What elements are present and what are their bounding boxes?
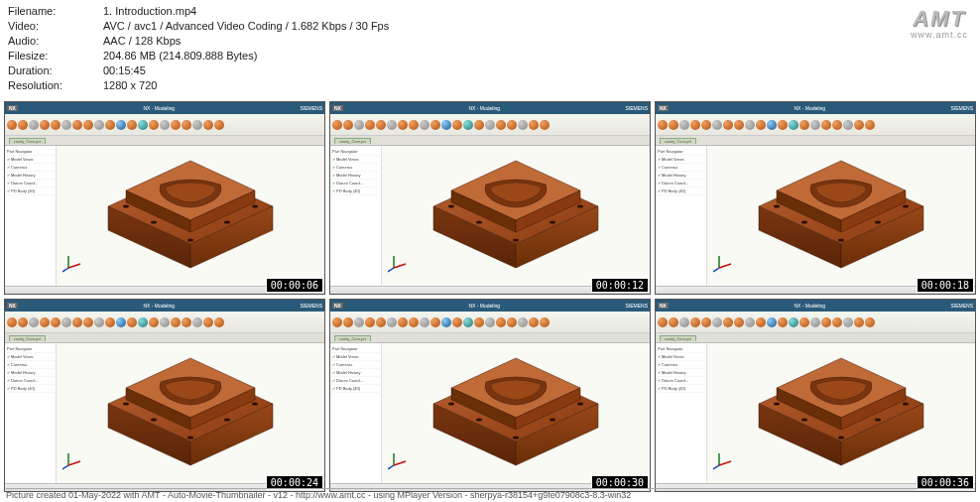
ribbon-icon[interactable] (398, 317, 408, 327)
ribbon-icon[interactable] (18, 120, 28, 130)
ribbon-icon[interactable] (821, 317, 831, 327)
ribbon-icon[interactable] (376, 317, 386, 327)
ribbon-icon[interactable] (690, 317, 700, 327)
ribbon-icon[interactable] (540, 317, 550, 327)
ribbon-icon[interactable] (485, 317, 495, 327)
ribbon-icon[interactable] (496, 120, 506, 130)
ribbon-icon[interactable] (192, 317, 202, 327)
ribbon-icon[interactable] (723, 317, 733, 327)
nav-item[interactable]: ✔Datum Coord... (7, 377, 54, 385)
part-navigator[interactable]: Part Navigator ✔Model Views ✔Cameras ✔Mo… (330, 343, 382, 483)
ribbon-icon[interactable] (18, 317, 28, 327)
ribbon-icon[interactable] (669, 120, 678, 130)
ribbon-icon[interactable] (745, 120, 755, 130)
ribbon-icon[interactable] (365, 120, 375, 130)
nav-item[interactable]: Part Navigator (332, 148, 379, 156)
ribbon-icon[interactable] (799, 317, 809, 327)
part-navigator[interactable]: Part Navigator ✔Model Views ✔Cameras ✔Mo… (5, 343, 57, 483)
ribbon-icon[interactable] (854, 317, 864, 327)
nav-item[interactable]: ✔PD Body (40) (7, 188, 54, 195)
nav-item[interactable]: ✔Datum Coord... (658, 377, 704, 385)
ribbon-icon[interactable] (810, 317, 820, 327)
ribbon-icon[interactable] (387, 120, 397, 130)
ribbon-icon[interactable] (496, 317, 506, 327)
ribbon-icon[interactable] (452, 120, 462, 130)
ribbon-icon[interactable] (51, 317, 61, 327)
ribbon-icon[interactable] (669, 317, 678, 327)
ribbon-icon[interactable] (701, 317, 711, 327)
ribbon-icon[interactable] (734, 120, 744, 130)
ribbon-icon[interactable] (679, 317, 689, 327)
3d-viewport[interactable] (707, 146, 975, 286)
ribbon-icon[interactable] (116, 120, 126, 130)
ribbon-icon[interactable] (474, 120, 484, 130)
nav-item[interactable]: ✔Datum Coord... (332, 377, 379, 385)
nav-item[interactable]: ✔Cameras (332, 164, 379, 172)
ribbon-icon[interactable] (83, 317, 93, 327)
ribbon-icon[interactable] (94, 120, 104, 130)
document-tabs[interactable]: cavity_Core.prt (5, 333, 324, 343)
active-tab[interactable]: cavity_Core.prt (334, 138, 371, 144)
ribbon-icon[interactable] (182, 120, 191, 130)
nav-item[interactable]: ✔Model Views (658, 156, 704, 164)
nav-item[interactable]: ✔PD Body (40) (332, 188, 379, 195)
ribbon-icon[interactable] (441, 120, 451, 130)
ribbon-toolbar[interactable] (5, 312, 324, 333)
active-tab[interactable]: cavity_Core.prt (660, 138, 696, 144)
ribbon-icon[interactable] (409, 317, 419, 327)
ribbon-icon[interactable] (51, 120, 61, 130)
ribbon-icon[interactable] (72, 317, 82, 327)
ribbon-icon[interactable] (712, 317, 722, 327)
ribbon-icon[interactable] (745, 317, 755, 327)
document-tabs[interactable]: cavity_Core.prt (330, 136, 650, 146)
part-navigator[interactable]: Part Navigator ✔Model Views ✔Cameras ✔Mo… (5, 146, 57, 286)
ribbon-icon[interactable] (149, 317, 159, 327)
ribbon-icon[interactable] (61, 317, 71, 327)
ribbon-icon[interactable] (756, 317, 766, 327)
ribbon-icon[interactable] (376, 120, 386, 130)
ribbon-icon[interactable] (29, 120, 39, 130)
ribbon-icon[interactable] (398, 120, 408, 130)
part-navigator[interactable]: Part Navigator ✔Model Views ✔Cameras ✔Mo… (330, 146, 382, 286)
ribbon-icon[interactable] (658, 317, 668, 327)
ribbon-icon[interactable] (214, 317, 224, 327)
ribbon-icon[interactable] (529, 317, 539, 327)
ribbon-icon[interactable] (343, 317, 353, 327)
nav-item[interactable]: Part Navigator (7, 148, 54, 156)
ribbon-icon[interactable] (507, 317, 517, 327)
3d-viewport[interactable] (57, 343, 324, 483)
ribbon-icon[interactable] (7, 317, 17, 327)
ribbon-icon[interactable] (72, 120, 82, 130)
ribbon-icon[interactable] (507, 120, 517, 130)
ribbon-icon[interactable] (116, 317, 126, 327)
active-tab[interactable]: cavity_Core.prt (334, 335, 371, 341)
ribbon-icon[interactable] (409, 120, 419, 130)
nav-item[interactable]: ✔Datum Coord... (332, 180, 379, 188)
ribbon-icon[interactable] (214, 120, 224, 130)
nav-item[interactable]: Part Navigator (332, 345, 379, 353)
ribbon-icon[interactable] (789, 120, 798, 130)
ribbon-icon[interactable] (529, 120, 539, 130)
3d-viewport[interactable] (57, 146, 324, 286)
ribbon-icon[interactable] (40, 120, 50, 130)
ribbon-toolbar[interactable] (656, 312, 975, 333)
ribbon-toolbar[interactable] (330, 312, 650, 333)
active-tab[interactable]: cavity_Core.prt (660, 335, 696, 341)
ribbon-icon[interactable] (105, 120, 115, 130)
ribbon-icon[interactable] (518, 120, 528, 130)
nav-item[interactable]: Part Navigator (658, 148, 704, 156)
ribbon-icon[interactable] (365, 317, 375, 327)
ribbon-icon[interactable] (149, 120, 159, 130)
ribbon-icon[interactable] (138, 120, 148, 130)
nav-item[interactable]: ✔Model History (332, 369, 379, 377)
ribbon-icon[interactable] (756, 120, 766, 130)
ribbon-icon[interactable] (690, 120, 700, 130)
ribbon-icon[interactable] (420, 120, 429, 130)
3d-viewport[interactable] (382, 146, 650, 286)
ribbon-icon[interactable] (160, 120, 170, 130)
ribbon-icon[interactable] (865, 120, 875, 130)
nav-item[interactable]: ✔Cameras (7, 164, 54, 172)
nav-item[interactable]: ✔PD Body (40) (332, 385, 379, 393)
ribbon-icon[interactable] (540, 120, 550, 130)
ribbon-icon[interactable] (94, 317, 104, 327)
